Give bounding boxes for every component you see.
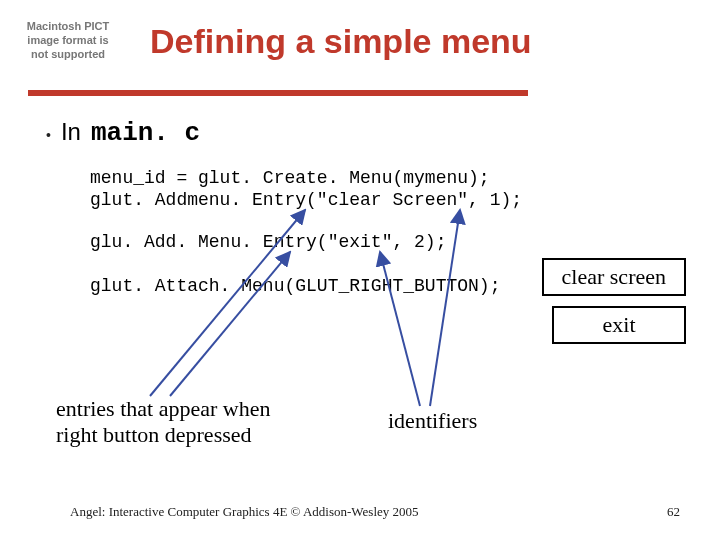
title-underline [28,90,528,96]
page-number: 62 [667,504,680,520]
menu-item-clear: clear screen [542,258,686,296]
caption-identifiers: identifiers [388,408,477,434]
code-line-4: glut. Attach. Menu(GLUT_RIGHT_BUTTON); [90,276,500,296]
pict-placeholder: Macintosh PICT image format is not suppo… [24,20,112,61]
menu-item-exit: exit [552,306,686,344]
bullet-in-word: In [61,118,81,146]
bullet-dot: • [46,127,51,143]
code-line-3: glu. Add. Menu. Entry("exit", 2); [90,232,446,252]
code-line-1: menu_id = glut. Create. Menu(mymenu); [90,168,490,188]
footer-text: Angel: Interactive Computer Graphics 4E … [70,504,419,520]
svg-line-1 [170,252,290,396]
bullet-filename: main. c [91,118,200,148]
slide-title: Defining a simple menu [150,22,532,61]
bullet-line: • In main. c [46,118,200,148]
caption-entries: entries that appear when right button de… [56,396,286,449]
code-line-2: glut. Addmenu. Entry("clear Screen", 1); [90,190,522,210]
